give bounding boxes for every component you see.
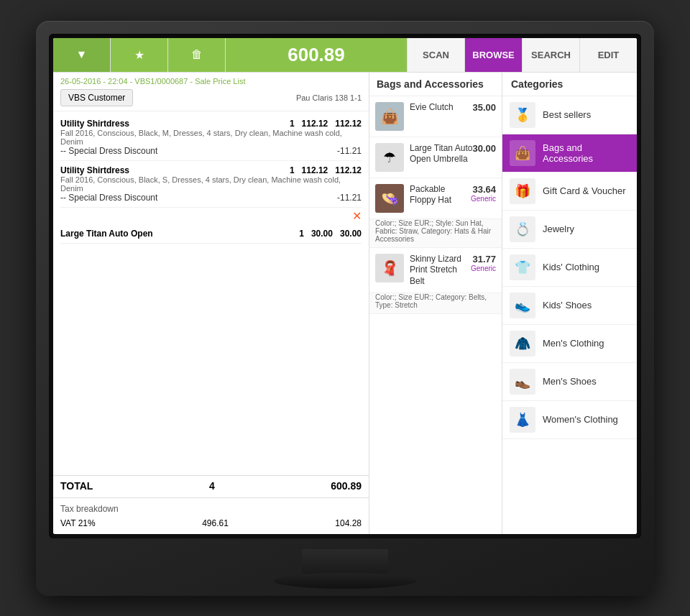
browse-button[interactable]: BROWSE (464, 38, 522, 72)
product-item[interactable]: 🧣 Skinny Lizard Print Stretch Belt 31.77… (369, 248, 502, 294)
category-item-mens-clothing[interactable]: 🧥 Men's Clothing (502, 325, 637, 363)
item-qty-price: 1 30.00 30.00 (299, 229, 362, 239)
trash-icon: 🗑 (191, 48, 203, 61)
main-area: 26-05-2016 - 22:04 - VBS1/0000687 - Sale… (53, 73, 637, 534)
category-label: Best sellers (543, 109, 591, 120)
order-customer-row: VBS Customer Pau Claris 138 1-1 (60, 89, 362, 106)
categories-panel: Categories 🥇 Best sellers 👜 Bags and Acc… (502, 73, 637, 534)
category-icon: 👗 (510, 407, 535, 433)
category-icon: 🎁 (510, 178, 535, 204)
item-discount-row: -- Special Dress Discount -11.21 (60, 193, 362, 203)
discount-label: -- Special Dress Discount (60, 146, 337, 156)
product-name: Skinny Lizard Print Stretch Belt (410, 254, 471, 288)
product-name: Packable Floppy Hat (410, 184, 471, 206)
product-price-row: Packable Floppy Hat 33.64 Generic (410, 184, 496, 206)
product-generic: Generic (471, 265, 496, 272)
total-amount: 600.89 (288, 44, 345, 66)
order-item: Large Titan Auto Open 1 30.00 30.00 (60, 224, 362, 244)
scan-button[interactable]: SCAN (407, 38, 464, 72)
product-price-row: Large Titan Auto Open Umbrella 30.00 (410, 143, 496, 165)
order-date: 26-05-2016 - 22:04 - VBS1/0000687 - Sale… (60, 77, 362, 86)
product-image: ☂ (375, 143, 404, 172)
nav-buttons: SCAN BROWSE SEARCH EDIT (407, 38, 637, 72)
category-icon: 🥇 (510, 102, 535, 128)
item-qty-price: 1 112.12 112.12 (290, 165, 362, 175)
products-panel: Bags and Accessories 👜 Evie Clutch 35.00 (369, 73, 502, 534)
category-label: Bags and Accessories (543, 142, 630, 164)
product-info: Skinny Lizard Print Stretch Belt 31.77 G… (410, 254, 496, 288)
product-price: 35.00 (472, 102, 496, 113)
monitor-stand (302, 549, 388, 574)
item-name: Utility Shirtdress (60, 165, 129, 175)
dropdown-icon: ▼ (76, 48, 88, 61)
product-item[interactable]: 👒 Packable Floppy Hat 33.64 Generic (369, 178, 502, 219)
category-icon: 🧥 (510, 331, 535, 357)
product-attrs: Color:; Size EUR:; Category: Belts, Type… (369, 293, 502, 314)
dropdown-button[interactable]: ▼ (53, 38, 111, 72)
category-item-gift-card[interactable]: 🎁 Gift Card & Voucher (502, 173, 637, 211)
star-button[interactable]: ★ (111, 38, 168, 72)
product-item[interactable]: 👜 Evie Clutch 35.00 (369, 96, 502, 137)
category-label: Kids' Clothing (543, 262, 599, 272)
category-item-jewelry[interactable]: 💍 Jewelry (502, 211, 637, 249)
total-value: 600.89 (331, 480, 362, 492)
screen: ▼ ★ 🗑 600.89 SCAN BROWSE (53, 38, 637, 534)
order-item-row: Utility Shirtdress 1 112.12 112.12 (60, 165, 362, 175)
categories-list: 🥇 Best sellers 👜 Bags and Accessories 🎁 … (502, 96, 637, 534)
star-icon: ★ (134, 48, 144, 62)
product-price: 33.64 (471, 184, 496, 195)
order-item-row: Utility Shirtdress 1 112.12 112.12 (60, 119, 362, 129)
product-price: 30.00 (472, 143, 496, 154)
category-label: Men's Shoes (543, 376, 597, 387)
item-name: Large Titan Auto Open (60, 229, 153, 239)
order-totals: TOTAL 4 600.89 (53, 475, 369, 497)
product-price-row: Evie Clutch 35.00 (410, 102, 496, 114)
monitor: ▼ ★ 🗑 600.89 SCAN BROWSE (36, 21, 654, 596)
category-item-best-sellers[interactable]: 🥇 Best sellers (502, 96, 637, 134)
monitor-base (273, 573, 417, 589)
order-item: Utility Shirtdress 1 112.12 112.12 Fall … (60, 114, 362, 161)
product-info: Evie Clutch 35.00 (410, 102, 496, 114)
customer-address: Pau Claris 138 1-1 (139, 93, 362, 102)
product-image: 👒 (375, 184, 404, 213)
category-item-mens-shoes[interactable]: 👞 Men's Shoes (502, 363, 637, 401)
category-item-kids-shoes[interactable]: 👟 Kids' Shoes (502, 287, 637, 325)
screen-bezel: ▼ ★ 🗑 600.89 SCAN BROWSE (49, 34, 641, 538)
product-price-row: Skinny Lizard Print Stretch Belt 31.77 G… (410, 254, 496, 288)
category-icon: 💍 (510, 216, 535, 242)
delete-button[interactable]: 🗑 (168, 38, 226, 72)
edit-button[interactable]: EDIT (579, 38, 637, 72)
order-footer: Tax breakdown VAT 21% 496.61 104.28 (53, 497, 369, 534)
product-generic: Generic (471, 195, 496, 203)
item-name: Utility Shirtdress (60, 119, 129, 129)
category-item-kids-clothing[interactable]: 👕 Kids' Clothing (502, 249, 637, 287)
vat-label: VAT 21% (60, 518, 96, 528)
category-label: Kids' Shoes (543, 300, 592, 311)
search-button[interactable]: SEARCH (522, 38, 579, 72)
category-item-bags[interactable]: 👜 Bags and Accessories (502, 134, 637, 173)
product-image: 👜 (375, 102, 404, 131)
order-item-row: Large Titan Auto Open 1 30.00 30.00 (60, 229, 362, 239)
item-qty-price: 1 112.12 112.12 (290, 119, 362, 129)
product-item[interactable]: ☂ Large Titan Auto Open Umbrella 30.00 (369, 137, 502, 178)
customer-button[interactable]: VBS Customer (60, 89, 133, 106)
category-icon: 👜 (510, 140, 535, 166)
total-qty: 4 (209, 480, 215, 492)
product-price: 31.77 (471, 254, 496, 265)
order-items: Utility Shirtdress 1 112.12 112.12 Fall … (53, 111, 369, 475)
tax-section-title: Tax breakdown (60, 504, 362, 514)
item-desc: Fall 2016, Conscious, Black, S, Dresses,… (60, 175, 362, 193)
tax-row: VAT 21% 496.61 104.28 (60, 518, 362, 528)
product-attrs: Color:; Size EUR:; Style: Sun Hat, Fabri… (369, 219, 502, 248)
order-panel: 26-05-2016 - 22:04 - VBS1/0000687 - Sale… (53, 73, 369, 534)
category-label: Gift Card & Voucher (543, 185, 626, 196)
products-list: 👜 Evie Clutch 35.00 (369, 96, 502, 534)
product-name: Large Titan Auto Open Umbrella (410, 143, 472, 165)
discount-label: -- Special Dress Discount (60, 193, 337, 203)
products-header: Bags and Accessories (369, 73, 502, 96)
item-discount-row: -- Special Dress Discount -11.21 (60, 146, 362, 156)
total-row: TOTAL 4 600.89 (60, 480, 362, 492)
category-item-womens-clothing[interactable]: 👗 Women's Clothing (502, 401, 637, 439)
discount-value: -11.21 (337, 146, 362, 156)
product-info: Packable Floppy Hat 33.64 Generic (410, 184, 496, 206)
